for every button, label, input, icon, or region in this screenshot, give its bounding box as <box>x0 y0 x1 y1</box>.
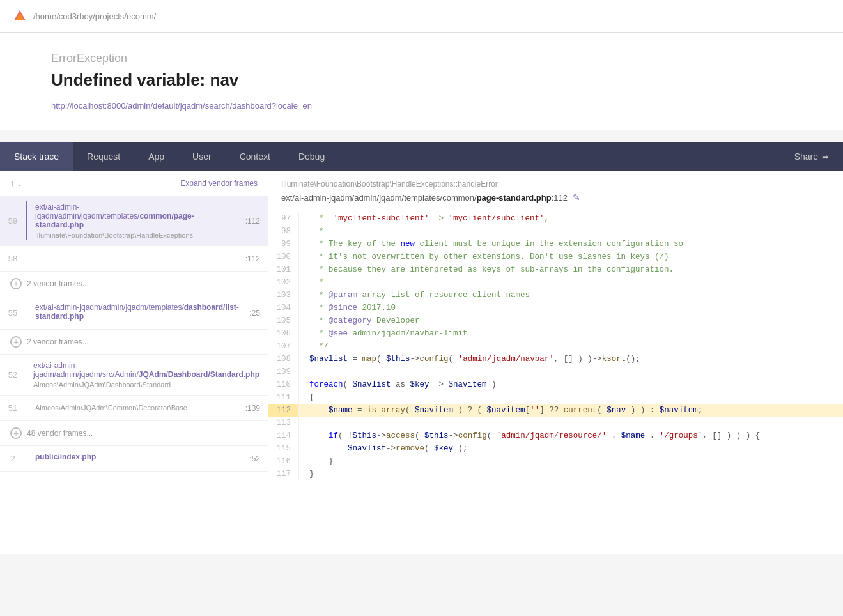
frame-line: :112 <box>245 196 268 245</box>
vendor-frames-toggle[interactable]: + 2 vendor frames... <box>0 330 268 355</box>
frame-item[interactable]: 51 Aimeos\Admin\JQAdm\Common\Decorator\B… <box>0 396 268 421</box>
frame-content: public/index.php <box>27 446 249 471</box>
line-number: 114 <box>268 429 299 442</box>
vendor-toggle-label: 48 vendor frames... <box>27 429 93 438</box>
line-content: * 'myclient-subclient' => 'myclient/subc… <box>299 212 559 225</box>
frame-content: ext/ai-admin-jqadm/admin/jqadm/src/Admin… <box>26 355 267 395</box>
tab-debug[interactable]: Debug <box>284 142 339 171</box>
frame-class: Aimeos\Admin\JQAdm\Common\Decorator\Base <box>35 404 238 412</box>
line-content: */ <box>299 340 339 353</box>
frame-file: ext/ai-admin-jqadm/admin/jqadm/src/Admin… <box>33 361 259 379</box>
file-path: ext/ai-admin-jqadm/admin/jqadm/templates… <box>281 193 568 203</box>
vendor-toggle-label: 2 vendor frames... <box>27 279 89 288</box>
line-number: 113 <box>268 417 299 429</box>
line-content: } <box>299 455 344 468</box>
line-number: 108 <box>268 353 299 366</box>
code-line: 114 if( !$this->access( $this->config( '… <box>268 429 843 442</box>
line-content: * because they are interpreted as keys o… <box>299 263 684 276</box>
tab-share[interactable]: Share ➦ <box>780 142 843 171</box>
frame-line: :112 <box>245 246 268 271</box>
frame-file: public/index.php <box>35 452 242 461</box>
frame-number: 59 <box>0 196 26 245</box>
frame-content: ext/ai-admin-jqadm/admin/jqadm/templates… <box>27 196 245 245</box>
code-line: 116 } <box>268 455 843 468</box>
line-content: $navlist = map( $this->config( 'admin/jq… <box>299 353 651 366</box>
frame-content: ext/ai-admin-jqadm/admin/jqadm/templates… <box>27 296 249 329</box>
line-content: * The key of the new client must be uniq… <box>299 238 693 250</box>
line-number: 112 <box>268 404 299 417</box>
frame-item[interactable]: 55 ext/ai-admin-jqadm/admin/jqadm/templa… <box>0 296 268 330</box>
line-number: 110 <box>268 378 299 391</box>
code-line: 104 * @since 2017.10 <box>268 302 843 314</box>
line-content <box>299 417 325 429</box>
right-panel-file: ext/ai-admin-jqadm/admin/jqadm/templates… <box>281 192 830 203</box>
line-content: foreach( $navlist as $key => $navitem ) <box>299 378 507 391</box>
vendor-expand-icon: + <box>10 336 22 348</box>
line-content: * @see admin/jqadm/navbar-limit <box>299 327 478 340</box>
expand-vendor-button[interactable]: Expand vendor frames <box>180 179 258 188</box>
app-logo <box>13 9 27 23</box>
line-content: if( !$this->access( $this->config( 'admi… <box>299 429 770 442</box>
line-number: 116 <box>268 455 299 468</box>
code-line: 100 * it's not overwritten by other exte… <box>268 250 843 263</box>
frame-line: :25 <box>249 296 268 329</box>
code-line: 101 * because they are interpreted as ke… <box>268 263 843 276</box>
frame-line: :139 <box>245 396 268 420</box>
line-number: 111 <box>268 391 299 404</box>
code-line: 109 <box>268 366 843 378</box>
share-icon: ➦ <box>822 152 829 162</box>
tab-request[interactable]: Request <box>73 142 134 171</box>
line-content: * <box>299 276 334 289</box>
edit-icon[interactable]: ✎ <box>573 192 580 203</box>
tab-stack-trace[interactable]: Stack trace <box>0 142 73 171</box>
line-number: 117 <box>268 468 299 481</box>
code-line: 102 * <box>268 276 843 289</box>
vendor-frames-toggle[interactable]: + 48 vendor frames... <box>0 421 268 446</box>
line-number: 105 <box>268 314 299 327</box>
arrow-up-icon[interactable]: ↑ <box>10 178 15 188</box>
tab-user[interactable]: User <box>178 142 226 171</box>
error-type: ErrorException <box>51 52 792 65</box>
code-line: 103 * @param array List of resource clie… <box>268 289 843 302</box>
tab-app[interactable]: App <box>134 142 178 171</box>
line-content: * @since 2017.10 <box>299 302 406 314</box>
frame-number: 58 <box>0 246 26 271</box>
line-number: 97 <box>268 212 299 225</box>
frame-class: Aimeos\Admin\JQAdm\Dashboard\Standard <box>33 381 259 389</box>
line-number: 109 <box>268 366 299 378</box>
line-content: * it's not overwritten by other extensio… <box>299 250 679 263</box>
frame-number: 51 <box>0 396 26 420</box>
vendor-expand-icon: + <box>10 278 22 289</box>
left-panel-header: ↑ ↓ Expand vendor frames <box>0 171 268 196</box>
frame-item[interactable]: 58 :112 <box>0 246 268 272</box>
code-line: 113 <box>268 417 843 429</box>
line-number: 99 <box>268 238 299 250</box>
frame-file: ext/ai-admin-jqadm/admin/jqadm/templates… <box>35 203 238 229</box>
code-line: 111 { <box>268 391 843 404</box>
top-bar: /home/cod3rboy/projects/ecomm/ <box>0 0 843 33</box>
tab-context[interactable]: Context <box>226 142 284 171</box>
frame-file: ext/ai-admin-jqadm/admin/jqadm/templates… <box>35 303 242 321</box>
line-number: 104 <box>268 302 299 314</box>
line-number: 101 <box>268 263 299 276</box>
frame-item[interactable]: 52 ext/ai-admin-jqadm/admin/jqadm/src/Ad… <box>0 355 268 396</box>
line-number: 103 <box>268 289 299 302</box>
right-panel-header: Illuminate\Foundation\Bootstrap\HandleEx… <box>268 171 843 212</box>
frame-item[interactable]: 2 public/index.php :52 <box>0 446 268 472</box>
code-line: 106 * @see admin/jqadm/navbar-limit <box>268 327 843 340</box>
error-url[interactable]: http://localhost:8000/admin/default/jqad… <box>51 101 312 111</box>
line-content: $name = is_array( $navitem ) ? ( $navite… <box>299 404 713 417</box>
line-number: 107 <box>268 340 299 353</box>
line-number: 102 <box>268 276 299 289</box>
line-number: 106 <box>268 327 299 340</box>
frame-item[interactable]: 59 ext/ai-admin-jqadm/admin/jqadm/templa… <box>0 196 268 246</box>
code-block: 97 * 'myclient-subclient' => 'myclient/s… <box>268 212 843 481</box>
breadcrumb-path: /home/cod3rboy/projects/ecomm/ <box>33 12 156 21</box>
sort-arrows[interactable]: ↑ ↓ <box>10 178 21 188</box>
code-line: 115 $navlist->remove( $key ); <box>268 442 843 455</box>
code-line: 97 * 'myclient-subclient' => 'myclient/s… <box>268 212 843 225</box>
line-number: 98 <box>268 225 299 238</box>
vendor-frames-toggle[interactable]: + 2 vendor frames... <box>0 272 268 296</box>
frame-line: :52 <box>249 446 268 471</box>
arrow-down-icon[interactable]: ↓ <box>17 178 22 188</box>
